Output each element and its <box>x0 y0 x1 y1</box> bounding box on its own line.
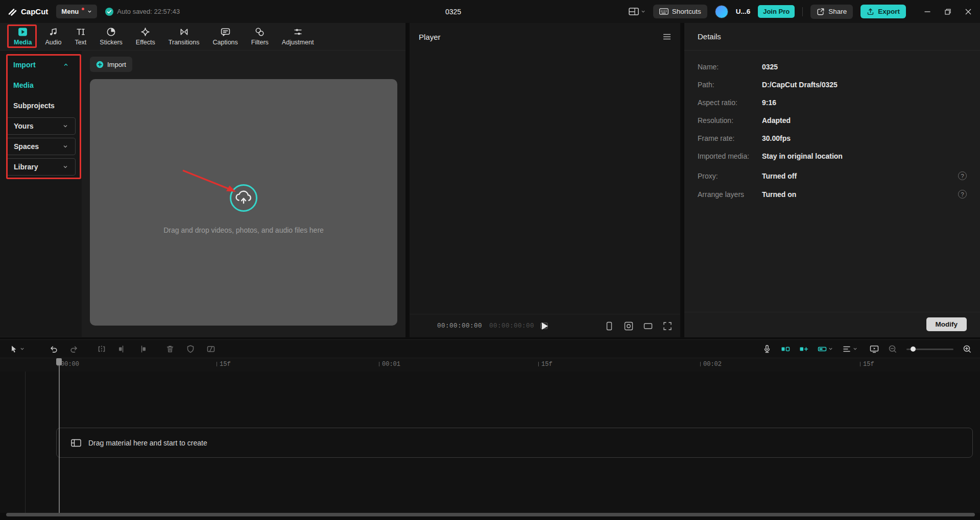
help-icon[interactable]: ? <box>958 171 967 180</box>
magnet-toggle-button[interactable] <box>781 344 790 354</box>
sidebar-item-subprojects[interactable]: Subprojects <box>6 97 76 114</box>
autosave-status: Auto saved: 22:57:43 <box>105 8 180 16</box>
fullscreen-button[interactable] <box>663 321 672 331</box>
redo-button[interactable] <box>69 344 79 354</box>
tab-stickers[interactable]: Stickers <box>93 27 129 46</box>
zoom-in-icon <box>963 344 972 354</box>
user-name: U...6 <box>736 8 751 15</box>
tab-transitions[interactable]: Transitions <box>162 27 206 46</box>
ruler-label: 15f <box>541 361 553 368</box>
import-button[interactable]: Import <box>90 57 132 72</box>
shield-tool-button[interactable] <box>186 344 195 354</box>
sidebar-item-spaces[interactable]: Spaces <box>6 138 76 155</box>
export-button[interactable]: Export <box>861 5 906 18</box>
dropzone-hint: Drag and drop videos, photos, and audio … <box>163 226 324 234</box>
chevron-down-icon <box>87 9 92 14</box>
ruler-tick <box>379 362 379 366</box>
detail-row-aspect-ratio: Aspect ratio: 9:16 <box>698 98 967 107</box>
tab-media[interactable]: Media <box>7 27 38 46</box>
timeline-dropzone[interactable]: Drag material here and start to create <box>56 428 973 458</box>
delete-left-button[interactable] <box>117 344 127 354</box>
sidebar-item-media[interactable]: Media <box>6 77 76 94</box>
modify-button[interactable]: Modify <box>926 317 967 331</box>
playhead-handle[interactable] <box>56 358 62 365</box>
autosave-check-icon <box>105 8 113 16</box>
ruler-label: 00:00 <box>61 361 79 368</box>
menu-button[interactable]: Menu <box>56 5 97 18</box>
sidebar-item-yours[interactable]: Yours <box>6 117 76 135</box>
detail-row-imported-media: Imported media: Stay in original locatio… <box>698 152 967 160</box>
details-footer: Modify <box>684 312 980 337</box>
media-icon <box>18 27 28 37</box>
chevron-down-icon <box>63 144 68 149</box>
player-menu-button[interactable] <box>663 34 671 40</box>
split-button[interactable] <box>97 344 106 354</box>
mirror-icon <box>206 344 216 354</box>
delete-button[interactable] <box>165 344 175 354</box>
microphone-icon <box>762 344 772 354</box>
preview-frame-toggle-button[interactable] <box>818 344 833 354</box>
tab-text[interactable]: Text <box>68 27 93 46</box>
horizontal-scrollbar[interactable] <box>6 513 975 516</box>
cloud-upload-icon <box>229 183 258 213</box>
fit-zoom-button[interactable] <box>624 321 633 331</box>
track-header-divider <box>25 372 26 513</box>
shortcuts-button[interactable]: Shortcuts <box>653 5 707 18</box>
avatar[interactable] <box>715 5 728 18</box>
minimize-button[interactable] <box>919 4 936 19</box>
zoom-slider-thumb[interactable] <box>911 346 916 352</box>
transitions-icon <box>179 27 189 37</box>
delete-right-button[interactable] <box>138 344 147 354</box>
zoom-in-button[interactable] <box>963 344 972 354</box>
media-dropzone[interactable]: Drag and drop videos, photos, and audio … <box>90 79 397 326</box>
filters-icon <box>255 27 265 37</box>
link-clips-icon <box>799 344 808 354</box>
select-tool-button[interactable] <box>9 344 25 354</box>
delete-left-icon <box>117 344 127 354</box>
ruler-label: 15f <box>220 361 231 368</box>
record-voiceover-button[interactable] <box>762 344 772 354</box>
ruler-tick <box>217 362 217 366</box>
media-panel: Media Audio Text Stickers Effects <box>0 23 405 337</box>
project-title[interactable]: 0325 <box>445 8 461 16</box>
timeline-zoom-slider[interactable] <box>906 345 953 353</box>
detail-row-path: Path: D:/CapCut Drafts/0325 <box>698 81 967 89</box>
play-button[interactable] <box>541 322 548 330</box>
preview-quality-button[interactable] <box>870 344 879 354</box>
layout-switch-button[interactable] <box>629 8 646 16</box>
tab-filters[interactable]: Filters <box>245 27 275 46</box>
tab-audio[interactable]: Audio <box>38 27 68 46</box>
link-toggle-button[interactable] <box>799 344 808 354</box>
player-panel: Player 00:00:00:00 00:00:00:00 <box>410 23 680 337</box>
canvas-size-button[interactable] <box>643 321 653 331</box>
window-controls <box>919 4 977 19</box>
undo-icon <box>49 344 58 354</box>
join-pro-button[interactable]: Join Pro <box>758 5 795 18</box>
autosave-text: Auto saved: 22:57:43 <box>117 8 180 15</box>
sidebar-item-import[interactable]: Import <box>6 56 76 73</box>
share-button[interactable]: Share <box>810 5 853 19</box>
chevron-down-icon <box>641 9 646 14</box>
tab-effects[interactable]: Effects <box>129 27 162 46</box>
chevron-down-icon <box>63 123 68 129</box>
layout-icon <box>629 8 639 16</box>
help-icon[interactable]: ? <box>958 190 967 199</box>
mirror-tool-button[interactable] <box>206 344 216 354</box>
sidebar-item-library[interactable]: Library <box>6 158 76 176</box>
zoom-out-icon <box>888 344 897 354</box>
tab-adjustment[interactable]: Adjustment <box>275 27 321 46</box>
maximize-button[interactable] <box>939 4 957 19</box>
total-timecode: 00:00:00:00 <box>489 323 534 330</box>
aspect-ratio-button[interactable] <box>605 321 614 331</box>
tab-captions[interactable]: Captions <box>206 27 244 46</box>
player-title: Player <box>419 33 441 41</box>
menu-notification-dot <box>82 8 84 10</box>
zoom-out-button[interactable] <box>888 344 897 354</box>
player-viewport[interactable] <box>410 51 680 314</box>
undo-button[interactable] <box>49 344 58 354</box>
timeline-ruler[interactable]: 00:00 15f 00:01 15f 00:02 15f <box>0 358 980 372</box>
close-button[interactable] <box>960 4 977 19</box>
track-options-button[interactable] <box>842 344 857 354</box>
current-timecode: 00:00:00:00 <box>437 323 482 330</box>
timeline-drop-hint: Drag material here and start to create <box>88 439 207 447</box>
